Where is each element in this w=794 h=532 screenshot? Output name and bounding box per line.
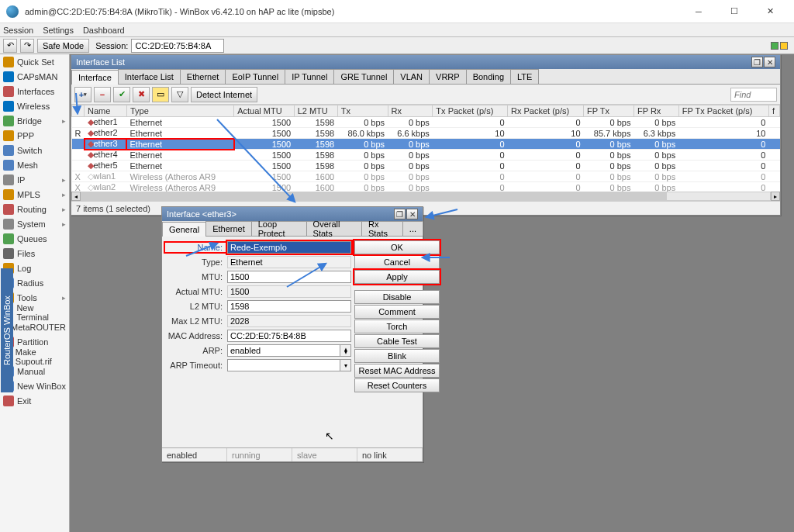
tab-vlan[interactable]: VLAN [393,69,430,84]
sidebar-item-wireless[interactable]: Wireless [0,98,69,113]
scroll-left-button[interactable]: ◂ [71,192,81,201]
sidebar-item-label: New Terminal [16,303,66,322]
arp-timeout-dropdown-icon[interactable]: ▾ [340,359,351,371]
window-title: admin@CC:2D:E0:75:B4:8A (MikroTik) - Win… [25,7,681,16]
table-row[interactable]: ◆ether4Ethernet150015980 bps0 bps000 bps… [72,150,780,161]
comment-button[interactable]: ▭ [152,87,169,102]
field-l2-mtu[interactable] [227,300,351,313]
menu-session[interactable]: Session [3,26,33,35]
detail-tab-ethernet[interactable]: Ethernet [205,221,252,236]
caret-icon: ▸ [62,206,66,213]
tab-vrrp[interactable]: VRRP [429,69,467,84]
close-button[interactable]: ✕ [752,0,788,23]
reset-mac-address-button[interactable]: Reset MAC Address [354,364,440,378]
safe-mode-button[interactable]: Safe Mode [37,39,89,53]
tab-bonding[interactable]: Bonding [466,69,511,84]
detail-close-button[interactable]: ✕ [406,209,418,219]
sidebar-item-label: Tools [17,293,37,302]
tab-interface-list[interactable]: Interface List [118,69,181,84]
session-input[interactable] [131,39,224,53]
sidebar-item-switch[interactable]: Switch [0,143,69,157]
sidebar-item-mpls[interactable]: MPLS▸ [0,187,69,202]
menu-dashboard[interactable]: Dashboard [83,26,125,35]
table-row[interactable]: ◆ether1Ethernet150015980 bps0 bps000 bps… [72,117,780,128]
tab-gre-tunnel[interactable]: GRE Tunnel [333,69,394,84]
window-close-button[interactable]: ✕ [764,57,775,67]
hscroll-track[interactable] [81,192,771,201]
table-row[interactable]: R◆ether2Ethernet1500159886.0 kbps6.6 kbp… [72,128,780,139]
hscroll-thumb[interactable] [81,192,667,200]
undo-button[interactable]: ↶ [3,39,17,53]
field-label: MAC Address: [165,331,227,340]
sidebar-item-label: MPLS [17,190,40,199]
table-row[interactable]: ◆ether5Ethernet150015980 bps0 bps000 bps… [72,161,780,171]
sidebar-item-capsman[interactable]: CAPsMAN [0,69,69,84]
sidebar-item-exit[interactable]: Exit [0,393,69,408]
sidebar-item-routing[interactable]: Routing▸ [0,202,69,216]
scroll-right-button[interactable]: ▸ [771,192,780,201]
sidebar-item-label: Log [17,264,31,273]
field-label: Actual MTU: [165,287,227,296]
maximize-button[interactable]: ☐ [716,0,752,23]
remove-button[interactable]: − [94,87,111,102]
detail-tab-general[interactable]: General [162,222,206,237]
sidebar-item-queues[interactable]: Queues [0,231,69,246]
disable-button[interactable]: Disable [354,290,440,304]
apply-button[interactable]: Apply [354,270,440,284]
detect-internet-button[interactable]: Detect Internet [191,87,257,102]
sidebar-item-ip[interactable]: IP▸ [0,172,69,187]
detail-restore-button[interactable]: ❐ [394,209,406,219]
minimize-button[interactable]: ─ [681,0,716,23]
sidebar-item-interfaces[interactable]: Interfaces [0,84,69,98]
sidebar-item-system[interactable]: System▸ [0,216,69,231]
field-arp-timeout[interactable] [227,359,340,371]
sidebar-item-label: Mesh [17,161,38,170]
sidebar-icon [3,130,14,141]
detail-tab-rx-stats[interactable]: Rx Stats [361,221,403,236]
torch-button[interactable]: Torch [354,320,440,333]
table-row[interactable]: ◆ether3Ethernet150015980 bps0 bps000 bps… [72,139,780,150]
cancel-button[interactable]: Cancel [354,255,440,269]
ok-button[interactable]: OK [354,240,440,254]
sidebar-item-label: Queues [17,234,47,244]
tab-ethernet[interactable]: Ethernet [180,69,226,84]
arp-dropdown-icon[interactable]: ⧫ [340,344,351,357]
tab-interface[interactable]: Interface [71,70,119,85]
detail-tab-...[interactable]: ... [402,221,423,236]
find-input[interactable] [730,88,777,102]
cable-test-button[interactable]: Cable Test [354,334,440,348]
tab-ip-tunnel[interactable]: IP Tunnel [285,69,334,84]
menu-settings[interactable]: Settings [43,26,74,35]
sidebar-item-files[interactable]: Files [0,246,69,261]
reset-counters-button[interactable]: Reset Counters [354,378,440,392]
add-button[interactable]: +▾ [74,87,91,102]
mdi-area: Interface List ❐ ✕ InterfaceInterface Li… [70,54,794,532]
interface-table[interactable]: NameTypeActual MTUL2 MTUTxRxTx Packet (p… [71,105,780,192]
table-row[interactable]: X◇wlan2Wireless (Atheros AR9150016000 bp… [72,182,780,192]
disable-button[interactable]: ✖ [133,87,150,102]
tab-lte[interactable]: LTE [510,69,539,84]
sidebar-icon [3,57,14,67]
interface-list-title[interactable]: Interface List ❐ ✕ [71,55,780,69]
enable-button[interactable]: ✔ [113,87,130,102]
detail-tab-loop-protect[interactable]: Loop Protect [251,221,307,236]
sidebar-item-label: IP [17,175,25,185]
sidebar-item-bridge[interactable]: Bridge▸ [0,113,69,128]
redo-button[interactable]: ↷ [20,39,34,53]
comment-button[interactable]: Comment [354,305,440,319]
sidebar-item-ppp[interactable]: PPP [0,128,69,143]
sidebar-item-mesh[interactable]: Mesh [0,157,69,172]
filter-button[interactable]: ▽ [171,87,188,102]
field-name[interactable] [227,241,351,254]
tab-eoip-tunnel[interactable]: EoIP Tunnel [225,69,285,84]
blink-button[interactable]: Blink [354,349,440,363]
field-mac-address[interactable] [227,330,351,342]
table-row[interactable]: X◇wlan1Wireless (Atheros AR9150016000 bp… [72,171,780,182]
field-mtu[interactable] [227,271,351,283]
field-arp[interactable] [227,344,340,357]
detail-tab-overall-stats[interactable]: Overall Stats [306,221,362,236]
caret-icon: ▸ [62,176,66,184]
window-restore-button[interactable]: ❐ [751,57,763,67]
sidebar-item-label: Radius [17,278,43,288]
sidebar-item-quick-set[interactable]: Quick Set [0,54,69,69]
